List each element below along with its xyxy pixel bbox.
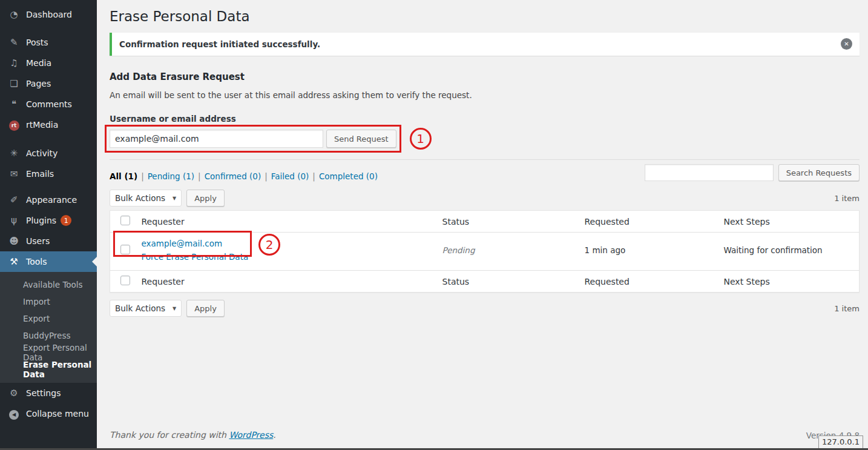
- filter-confirmed[interactable]: Confirmed (0): [205, 171, 261, 181]
- column-header-requested: Requested: [579, 211, 718, 233]
- rtmedia-icon: rt: [7, 119, 21, 131]
- bulk-actions-select-bottom[interactable]: Bulk Actions ▼: [110, 300, 182, 317]
- bulk-actions-select[interactable]: Bulk Actions ▼: [110, 190, 182, 207]
- footer-thanks-suffix: .: [273, 430, 275, 440]
- success-notice: Confirmation request initiated successfu…: [110, 33, 860, 56]
- wordpress-link[interactable]: WordPress: [229, 430, 273, 440]
- sidebar-item-export[interactable]: Export: [0, 310, 97, 327]
- column-footer-status: Status: [436, 271, 579, 293]
- force-erase-link[interactable]: Force Erase Personal Data: [142, 252, 249, 262]
- sidebar-item-label: Users: [26, 236, 50, 246]
- sidebar-item-label: Appearance: [26, 195, 77, 205]
- users-icon: ☻: [7, 236, 21, 247]
- sidebar-item-import[interactable]: Import: [0, 293, 97, 310]
- sidebar-item-label: Emails: [26, 169, 54, 179]
- sidebar-item-media[interactable]: ♫ Media: [0, 53, 97, 73]
- annotation-box-1: Send Request: [105, 125, 401, 153]
- item-count: 1 item: [834, 194, 860, 203]
- posts-icon: ✎: [7, 37, 21, 48]
- tools-submenu: Available Tools Import Export BuddyPress…: [0, 272, 97, 383]
- annotation-circle-1: 1: [410, 128, 432, 150]
- sidebar-item-tools[interactable]: ⚒ Tools: [0, 251, 97, 272]
- next-steps-value: Waiting for confirmation: [718, 233, 860, 271]
- sidebar-item-label: Plugins: [26, 216, 56, 225]
- sidebar-item-dashboard[interactable]: ◔ Dashboard: [0, 4, 97, 25]
- filter-all[interactable]: All (1): [110, 171, 137, 181]
- sidebar-item-comments[interactable]: ❝ Comments: [0, 94, 97, 114]
- sidebar-item-rtmedia[interactable]: rt rtMedia: [0, 114, 97, 135]
- sidebar-item-label: Pages: [26, 79, 51, 88]
- sidebar-item-label: Media: [26, 58, 51, 68]
- filter-pending[interactable]: Pending (1): [148, 171, 194, 181]
- active-menu-arrow: [92, 256, 97, 267]
- filter-failed[interactable]: Failed (0): [271, 171, 309, 181]
- select-all-checkbox-bottom[interactable]: [120, 276, 130, 285]
- sidebar-item-users[interactable]: ☻ Users: [0, 231, 97, 251]
- bulk-actions-selected-value: Bulk Actions: [115, 193, 165, 203]
- sidebar-item-buddypress[interactable]: BuddyPress: [0, 327, 97, 344]
- appearance-icon: ✐: [7, 194, 21, 205]
- plugins-icon: ψ: [7, 215, 21, 226]
- requests-table: Requester Status Requested Next Steps ex…: [110, 210, 860, 293]
- plugins-update-badge: 1: [61, 215, 71, 226]
- column-footer-next-steps: Next Steps: [718, 271, 860, 293]
- ip-address-tooltip: 127.0.0.1: [818, 435, 863, 449]
- sidebar-item-available-tools[interactable]: Available Tools: [0, 276, 97, 293]
- dismiss-notice-button[interactable]: ✕: [841, 38, 852, 50]
- footer-thanks-text: Thank you for creating with WordPress.: [110, 430, 276, 440]
- search-requests-input[interactable]: [645, 164, 774, 181]
- sidebar-item-emails[interactable]: ✉ Emails: [0, 164, 97, 184]
- sidebar-item-label: Activity: [26, 148, 58, 158]
- filter-separator: |: [265, 171, 268, 181]
- requested-value: 1 min ago: [579, 233, 718, 271]
- add-request-description: An email will be sent to the user at thi…: [110, 90, 860, 100]
- sidebar-item-label: Posts: [26, 38, 48, 47]
- select-all-checkbox[interactable]: [120, 216, 130, 225]
- sidebar-item-erase-personal-data[interactable]: Erase Personal Data: [0, 361, 97, 378]
- apply-button[interactable]: Apply: [186, 190, 225, 207]
- admin-sidebar: ◔ Dashboard ✎ Posts ♫ Media ❏ Pages ❝ Co…: [0, 0, 97, 450]
- sidebar-item-label: rtMedia: [26, 120, 58, 130]
- send-request-button[interactable]: Send Request: [326, 130, 396, 148]
- page-title: Erase Personal Data: [110, 0, 860, 25]
- column-footer-requested: Requested: [579, 271, 718, 293]
- add-request-heading: Add Data Erasure Request: [110, 71, 860, 82]
- sidebar-item-activity[interactable]: ✳ Activity: [0, 143, 97, 164]
- sidebar-item-pages[interactable]: ❏ Pages: [0, 73, 97, 94]
- pages-icon: ❏: [7, 78, 21, 89]
- sidebar-item-label: Dashboard: [26, 10, 72, 19]
- tablenav-top: Bulk Actions ▼ Apply 1 item: [110, 190, 860, 207]
- table-header-row: Requester Status Requested Next Steps: [110, 211, 860, 233]
- filter-separator: |: [312, 171, 315, 181]
- sidebar-item-plugins[interactable]: ψ Plugins 1: [0, 210, 97, 231]
- footer-thanks-prefix: Thank you for creating with: [110, 430, 229, 440]
- column-footer-requester[interactable]: Requester: [136, 271, 436, 293]
- table-row: example@mail.com Force Erase Personal Da…: [110, 233, 860, 271]
- filter-separator: |: [141, 171, 144, 181]
- sidebar-item-collapse-menu[interactable]: ◀ Collapse menu: [0, 403, 97, 424]
- sidebar-item-label: Tools: [26, 257, 47, 266]
- bulk-actions-selected-value: Bulk Actions: [115, 303, 165, 313]
- sidebar-item-settings[interactable]: ⚙ Settings: [0, 383, 97, 403]
- requester-email-link[interactable]: example@mail.com: [142, 239, 223, 248]
- column-header-requester[interactable]: Requester: [136, 211, 436, 233]
- status-value: Pending: [442, 245, 475, 255]
- item-count-bottom: 1 item: [834, 304, 860, 313]
- filter-completed[interactable]: Completed (0): [319, 171, 378, 181]
- section-divider: [110, 159, 860, 160]
- settings-icon: ⚙: [7, 388, 21, 399]
- email-field-label: Username or email address: [110, 114, 860, 124]
- table-footer-row: Requester Status Requested Next Steps: [110, 271, 860, 293]
- row-checkbox[interactable]: [120, 245, 130, 254]
- username-email-input[interactable]: [110, 130, 323, 148]
- sidebar-item-export-personal-data[interactable]: Export Personal Data: [0, 344, 97, 361]
- activity-icon: ✳: [7, 148, 21, 159]
- chevron-down-icon: ▼: [173, 306, 176, 311]
- tools-icon: ⚒: [7, 256, 21, 267]
- sidebar-item-appearance[interactable]: ✐ Appearance: [0, 190, 97, 210]
- comments-icon: ❝: [7, 99, 21, 110]
- search-requests-button[interactable]: Search Requests: [778, 164, 860, 181]
- dashboard-icon: ◔: [7, 9, 21, 20]
- sidebar-item-posts[interactable]: ✎ Posts: [0, 32, 97, 53]
- apply-button-bottom[interactable]: Apply: [186, 300, 225, 317]
